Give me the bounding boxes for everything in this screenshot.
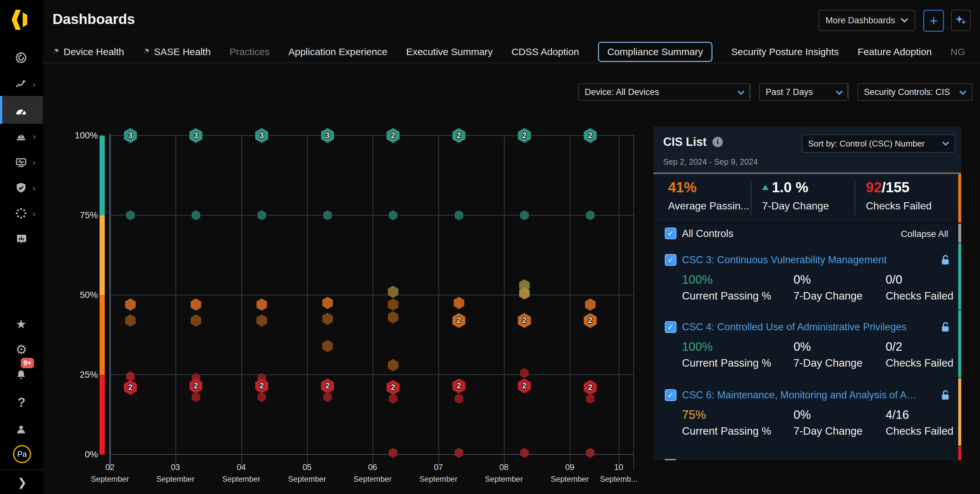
data-point-hex[interactable]: [520, 210, 529, 221]
all-controls-checkbox[interactable]: ✓: [665, 227, 676, 239]
data-point-hex[interactable]: 3: [321, 128, 334, 143]
unlock-icon[interactable]: [940, 254, 950, 267]
data-point-count: 3: [260, 131, 264, 140]
tab-compliance-summary[interactable]: Compliance Summary: [598, 42, 713, 62]
sidebar-item-command-center[interactable]: [0, 44, 43, 70]
data-point-hex[interactable]: 2: [321, 378, 334, 393]
control-checkbox[interactable]: ✓: [665, 254, 676, 266]
data-point-hex[interactable]: [256, 299, 267, 311]
data-point-hex[interactable]: 2: [387, 380, 399, 395]
data-point-hex[interactable]: 2: [189, 378, 202, 393]
data-point-hex[interactable]: [455, 210, 463, 221]
data-point-hex[interactable]: 3: [189, 128, 202, 143]
data-point-hex[interactable]: [388, 299, 399, 311]
data-point-hex[interactable]: 2: [584, 128, 597, 143]
tab-security-posture-insights[interactable]: Security Posture Insights: [731, 46, 839, 57]
data-point-hex[interactable]: [323, 210, 332, 221]
data-point-hex[interactable]: [191, 315, 201, 327]
data-point-hex[interactable]: 2: [584, 313, 597, 328]
data-point-hex[interactable]: [192, 210, 200, 221]
data-point-hex[interactable]: 2: [452, 378, 465, 393]
collapse-all-button[interactable]: Collapse All: [901, 229, 948, 239]
data-point-hex[interactable]: [192, 392, 200, 402]
data-point-hex[interactable]: [455, 448, 463, 458]
more-dashboards-button[interactable]: More Dashboards: [818, 10, 915, 31]
data-point-hex[interactable]: [520, 368, 529, 378]
data-point-hex[interactable]: [586, 394, 595, 403]
data-point-hex[interactable]: [585, 299, 596, 311]
data-point-hex[interactable]: [322, 313, 333, 325]
sidebar-item-reports[interactable]: [0, 226, 43, 251]
data-point-hex[interactable]: [258, 392, 266, 402]
data-point-hex[interactable]: 2: [452, 313, 465, 328]
sidebar-item-security-posture[interactable]: ›: [0, 175, 43, 200]
sidebar-item-notifications[interactable]: 9+: [0, 362, 43, 388]
data-point-hex[interactable]: [454, 297, 465, 309]
data-point-hex[interactable]: [389, 210, 398, 221]
sidebar-item-workflows[interactable]: ›: [0, 200, 43, 226]
sort-dropdown[interactable]: Sort by: Control (CSC) Number: [802, 135, 955, 152]
data-point-hex[interactable]: [191, 299, 201, 311]
control-checkbox[interactable]: ✓: [665, 389, 676, 401]
data-point-hex[interactable]: 2: [452, 128, 465, 143]
filter-past-7-days[interactable]: Past 7 Days: [759, 83, 849, 101]
tab-executive-summary[interactable]: Executive Summary: [406, 46, 493, 57]
data-point-hex[interactable]: [322, 297, 333, 309]
data-point-hex[interactable]: 2: [124, 380, 137, 395]
brand-logo-icon[interactable]: [11, 9, 31, 30]
unlock-icon[interactable]: [940, 321, 950, 334]
data-point-hex[interactable]: 2: [518, 128, 531, 143]
sidebar-expand-button[interactable]: ❯: [0, 472, 43, 494]
add-dashboard-button[interactable]: +: [923, 10, 944, 32]
ai-assistant-button[interactable]: [951, 10, 971, 31]
tab-application-experience[interactable]: Application Experience: [288, 46, 387, 57]
tab-cdss-adoption[interactable]: CDSS Adoption: [511, 46, 579, 57]
control-title-link[interactable]: CSC 3: Continuous Vulnerability Manageme…: [682, 254, 887, 266]
data-point-hex[interactable]: [126, 210, 135, 221]
control-checkbox[interactable]: ✓: [665, 321, 676, 333]
info-icon[interactable]: i: [713, 137, 723, 147]
tab-sase-health[interactable]: SASE Health: [143, 46, 211, 57]
control-title-link[interactable]: CSC 4: Controlled Use of Administrative …: [682, 321, 907, 333]
data-point-hex[interactable]: [388, 311, 399, 324]
sidebar-item-favorites[interactable]: ★: [0, 313, 43, 338]
data-point-hex[interactable]: 3: [124, 128, 137, 143]
data-point-hex[interactable]: [455, 394, 463, 403]
data-point-hex[interactable]: [256, 315, 267, 327]
tab-device-health[interactable]: Device Health: [52, 46, 124, 57]
tab-ng[interactable]: NG: [950, 46, 965, 57]
control-title-link[interactable]: CSC 6: Maintenance, Monitoring and Analy…: [682, 389, 919, 401]
data-point-hex[interactable]: [388, 359, 399, 371]
x-axis-month: September: [143, 475, 208, 484]
data-point-hex[interactable]: [586, 210, 595, 221]
tab-practices[interactable]: Practices: [230, 46, 269, 57]
data-point-hex[interactable]: [258, 210, 266, 221]
data-point-hex[interactable]: [388, 286, 399, 298]
data-point-hex[interactable]: [322, 340, 333, 352]
data-point-hex[interactable]: [125, 299, 136, 311]
sidebar-item-profile[interactable]: Pa: [0, 442, 43, 468]
sidebar-item-insights[interactable]: ›: [0, 71, 43, 97]
x-axis-month: September: [406, 475, 471, 484]
data-point-hex[interactable]: [323, 392, 332, 402]
data-point-hex[interactable]: 2: [255, 378, 268, 393]
filter-security-controls-cis[interactable]: Security Controls: CIS: [858, 83, 972, 101]
data-point-hex[interactable]: 2: [518, 313, 531, 328]
sidebar-item-activity[interactable]: ›: [0, 149, 43, 175]
data-point-hex[interactable]: [586, 448, 595, 458]
unlock-icon[interactable]: [940, 389, 950, 402]
data-point-hex[interactable]: 2: [518, 378, 531, 393]
sidebar-item-help[interactable]: ?: [0, 391, 43, 416]
data-point-hex[interactable]: [389, 448, 398, 458]
data-point-hex[interactable]: 3: [255, 128, 268, 143]
data-point-hex[interactable]: [520, 448, 529, 458]
sidebar-item-incidents-alerts[interactable]: ›: [0, 122, 43, 148]
sidebar-item-dashboards[interactable]: [0, 96, 43, 122]
sidebar-item-account[interactable]: [0, 416, 43, 442]
tab-feature-adoption[interactable]: Feature Adoption: [858, 46, 932, 57]
data-point-hex[interactable]: [126, 371, 135, 381]
data-point-hex[interactable]: 2: [584, 380, 597, 395]
data-point-hex[interactable]: [389, 394, 398, 403]
data-point-hex[interactable]: [125, 315, 136, 327]
data-point-hex[interactable]: 2: [387, 128, 399, 143]
